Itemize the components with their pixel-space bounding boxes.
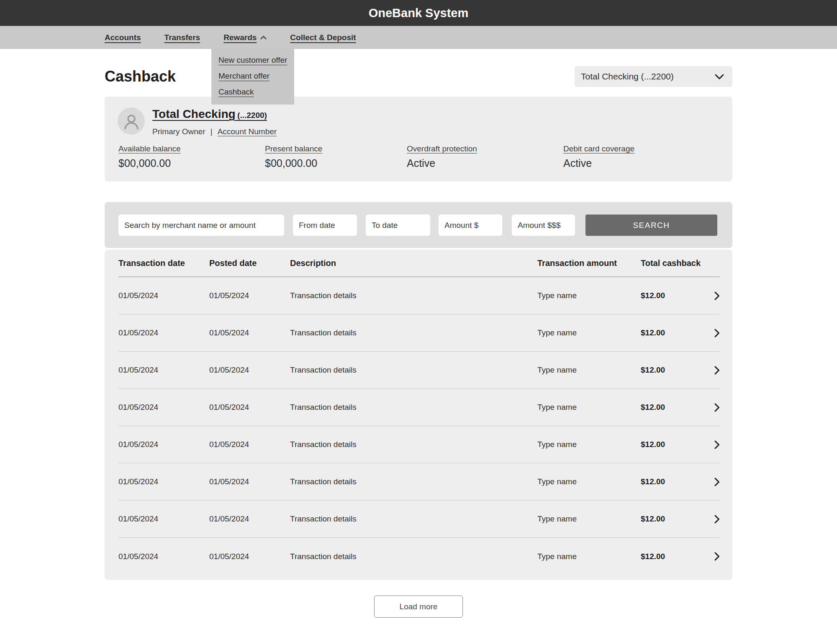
cell-transaction-date: 01/05/2024 [118, 403, 209, 412]
cell-description: Transaction details [290, 403, 537, 412]
chevron-right-icon [714, 403, 720, 412]
cell-transaction-amount: Type name [537, 291, 641, 300]
search-button[interactable]: SEARCH [585, 215, 717, 236]
cell-total-cashback: $12.00 [641, 440, 711, 449]
account-name: Total Checking [152, 107, 236, 120]
cell-transaction-amount: Type name [537, 514, 641, 524]
stat-available-balance: Available balance $00,000.00 [118, 144, 181, 169]
column-header-total-cashback: Total cashback [641, 258, 711, 268]
row-detail-button[interactable] [711, 552, 720, 561]
separator: | [211, 127, 213, 136]
cell-description: Transaction details [290, 328, 537, 337]
column-header-transaction-amount: Transaction amount [537, 258, 641, 268]
stat-present-balance: Present balance $00,000.00 [265, 144, 322, 169]
table-row[interactable]: 01/05/2024 01/05/2024 Transaction detail… [118, 389, 720, 426]
account-name-link[interactable]: Total Checking (...2200) [152, 112, 267, 119]
cell-transaction-amount: Type name [537, 477, 641, 486]
account-number-link[interactable]: Account Number [218, 127, 277, 136]
cell-posted-date: 01/05/2024 [209, 291, 290, 300]
stat-value: Active [407, 157, 477, 169]
cell-total-cashback: $12.00 [641, 365, 711, 375]
stat-label[interactable]: Available balance [118, 144, 181, 153]
table-row[interactable]: 01/05/2024 01/05/2024 Transaction detail… [118, 314, 720, 352]
transactions-table: Transaction date Posted date Description… [105, 250, 732, 580]
menu-item-cashback[interactable]: Cashback [218, 84, 294, 100]
to-date-input[interactable] [366, 215, 430, 236]
row-detail-button[interactable] [711, 403, 720, 412]
cell-total-cashback: $12.00 [641, 477, 711, 486]
page-title: Cashback [105, 68, 176, 85]
load-more-button[interactable]: Load more [374, 595, 463, 618]
cell-transaction-amount: Type name [537, 365, 641, 375]
user-icon [123, 112, 140, 130]
stat-label[interactable]: Overdraft protection [407, 144, 477, 153]
cell-posted-date: 01/05/2024 [209, 514, 290, 524]
row-detail-button[interactable] [711, 291, 720, 300]
cell-transaction-date: 01/05/2024 [118, 291, 209, 300]
from-date-input[interactable] [293, 215, 357, 236]
cell-total-cashback: $12.00 [641, 403, 711, 412]
app-header: OneBank System [0, 0, 837, 26]
chevron-right-icon [714, 366, 720, 375]
cell-transaction-amount: Type name [537, 552, 641, 561]
table-row[interactable]: 01/05/2024 01/05/2024 Transaction detail… [118, 501, 720, 538]
account-subline: Primary Owner | Account Number [152, 127, 277, 136]
avatar [118, 107, 145, 135]
nav-item-label: Collect & Deposit [290, 33, 356, 42]
cell-posted-date: 01/05/2024 [209, 477, 290, 486]
stat-debit-card-coverage: Debit card coverage Active [563, 144, 634, 169]
cell-posted-date: 01/05/2024 [209, 365, 290, 375]
chevron-right-icon [714, 329, 720, 337]
row-detail-button[interactable] [711, 329, 720, 337]
table-row[interactable]: 01/05/2024 01/05/2024 Transaction detail… [118, 426, 720, 463]
nav-item-transfers[interactable]: Transfers [164, 33, 200, 42]
chevron-right-icon [714, 515, 720, 524]
table-row[interactable]: 01/05/2024 01/05/2024 Transaction detail… [118, 538, 720, 575]
row-detail-button[interactable] [711, 515, 720, 524]
chevron-right-icon [714, 552, 720, 561]
cell-total-cashback: $12.00 [641, 552, 711, 561]
cell-description: Transaction details [290, 440, 537, 449]
nav-item-collect-deposit[interactable]: Collect & Deposit [290, 33, 356, 42]
cell-posted-date: 01/05/2024 [209, 552, 290, 561]
table-row[interactable]: 01/05/2024 01/05/2024 Transaction detail… [118, 463, 720, 501]
stat-label[interactable]: Present balance [265, 144, 322, 153]
row-detail-button[interactable] [711, 440, 720, 449]
cell-transaction-date: 01/05/2024 [118, 514, 209, 524]
column-header-description: Description [290, 258, 537, 268]
table-body: 01/05/2024 01/05/2024 Transaction detail… [118, 277, 720, 575]
transaction-filter-bar: SEARCH [105, 202, 732, 248]
search-input[interactable] [118, 215, 284, 236]
nav-item-rewards[interactable]: Rewards [223, 33, 267, 42]
cell-transaction-amount: Type name [537, 328, 641, 337]
cell-posted-date: 01/05/2024 [209, 328, 290, 337]
table-row[interactable]: 01/05/2024 01/05/2024 Transaction detail… [118, 277, 720, 314]
account-heading: Total Checking (...2200) Primary Owner |… [152, 107, 277, 136]
table-row[interactable]: 01/05/2024 01/05/2024 Transaction detail… [118, 352, 720, 389]
app-title: OneBank System [369, 6, 469, 20]
cell-posted-date: 01/05/2024 [209, 440, 290, 449]
primary-owner-label: Primary Owner [152, 127, 205, 136]
stat-overdraft-protection: Overdraft protection Active [407, 144, 477, 169]
row-detail-button[interactable] [711, 478, 720, 486]
stat-value: Active [563, 157, 634, 169]
cell-transaction-date: 01/05/2024 [118, 440, 209, 449]
nav-item-label: Transfers [164, 33, 200, 42]
amount-max-input[interactable] [512, 215, 575, 236]
cell-description: Transaction details [290, 365, 537, 375]
nav-item-label: Rewards [223, 33, 257, 42]
menu-item-new-customer-offer[interactable]: New customer offer [218, 52, 294, 68]
amount-min-input[interactable] [439, 215, 502, 236]
cell-total-cashback: $12.00 [641, 328, 711, 337]
nav-item-label: Accounts [105, 33, 141, 42]
column-header-posted-date: Posted date [209, 258, 290, 268]
cell-total-cashback: $12.00 [641, 514, 711, 524]
stat-label[interactable]: Debit card coverage [563, 144, 634, 153]
account-selector-dropdown[interactable]: Total Checking (...2200) [575, 66, 732, 87]
chevron-right-icon [714, 291, 720, 300]
cell-description: Transaction details [290, 552, 537, 561]
menu-item-merchant-offer[interactable]: Merchant offer [218, 68, 294, 84]
nav-item-accounts[interactable]: Accounts [105, 33, 141, 42]
title-row: Cashback Total Checking (...2200) [105, 66, 732, 87]
row-detail-button[interactable] [711, 366, 720, 375]
